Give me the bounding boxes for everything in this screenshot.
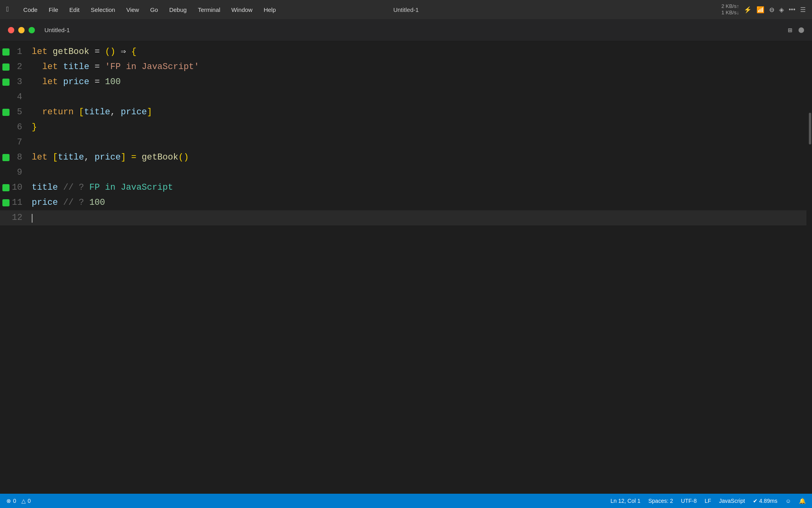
line-number-6: 6	[12, 120, 32, 135]
battery-icon: ⚡	[744, 6, 752, 13]
code-editor[interactable]: 1let getBook = () ⇒ {2 let title = 'FP i…	[0, 41, 806, 494]
apple-icon[interactable]: 	[6, 6, 11, 13]
editor-area: 1let getBook = () ⇒ {2 let title = 'FP i…	[0, 41, 812, 494]
token: [	[79, 105, 84, 120]
code-line-4: 4	[0, 90, 806, 105]
token: ,	[84, 150, 94, 165]
breakpoint-icon-10[interactable]	[2, 184, 10, 191]
indentation[interactable]: Spaces: 2	[648, 498, 673, 504]
menu-go[interactable]: Go	[145, 0, 164, 19]
token: =	[89, 60, 105, 75]
breakpoint-icon-5[interactable]	[2, 109, 10, 116]
cursor-position[interactable]: Ln 12, Col 1	[611, 498, 641, 504]
error-count[interactable]: ⊗ 0 △ 0	[6, 498, 31, 504]
token: 100	[89, 195, 105, 210]
code-line-2: 2 let title = 'FP in JavaScript'	[0, 60, 806, 75]
menu-help[interactable]: Help	[258, 0, 282, 19]
line-content-12	[32, 210, 806, 225]
menu-window[interactable]: Window	[226, 0, 258, 19]
gutter-8	[0, 154, 12, 161]
code-line-5: 5 return [title, price]	[0, 105, 806, 120]
gutter-10	[0, 184, 12, 191]
line-content-1: let getBook = () ⇒ {	[32, 44, 806, 60]
menu-debug[interactable]: Debug	[164, 0, 192, 19]
gutter-1	[0, 48, 12, 56]
close-button[interactable]	[8, 27, 14, 33]
line-content-5: return [title, price]	[32, 105, 806, 120]
smiley-icon[interactable]: ☺	[785, 498, 791, 504]
title-bar-right: 2 KB/s↑ 1 KB/s↓ ⚡ 📶 ⊖ ◈ ••• ☰	[721, 3, 806, 15]
timing: ✔ 4.89ms	[753, 498, 778, 504]
token: =	[89, 44, 105, 60]
split-editor-icon[interactable]: ⊞	[788, 26, 792, 35]
token: ⇒	[115, 44, 131, 60]
minimize-button[interactable]	[18, 27, 25, 33]
breakpoint-icon-8[interactable]	[2, 154, 10, 161]
token: getBook	[53, 44, 89, 60]
token: =	[89, 75, 105, 90]
line-number-12: 12	[12, 210, 32, 225]
token: ]	[147, 105, 152, 120]
token: return	[32, 105, 79, 120]
token: price	[121, 105, 147, 120]
token: // ?	[58, 195, 89, 210]
menu-view[interactable]: View	[121, 0, 144, 19]
language-mode[interactable]: JavaScript	[719, 498, 745, 504]
cursor	[32, 210, 33, 225]
gutter-9	[0, 169, 12, 176]
menu-file[interactable]: File	[43, 0, 64, 19]
siri-icon: ◈	[779, 6, 784, 13]
menu-code[interactable]: Code	[18, 0, 43, 19]
code-line-1: 1let getBook = () ⇒ {	[0, 44, 806, 60]
status-left: ⊗ 0 △ 0	[6, 498, 31, 504]
code-line-8: 8let [title, price] = getBook()	[0, 150, 806, 165]
code-lines: 1let getBook = () ⇒ {2 let title = 'FP i…	[0, 41, 806, 494]
token: getBook	[142, 150, 178, 165]
gutter-11	[0, 199, 12, 206]
gutter-12	[0, 214, 12, 221]
token: }	[32, 120, 37, 135]
menu-terminal[interactable]: Terminal	[192, 0, 226, 19]
error-icon: ⊗	[6, 498, 11, 504]
menu-bar: Code File Edit Selection View Go Debug T…	[18, 0, 722, 19]
encoding[interactable]: UTF-8	[681, 498, 697, 504]
eol[interactable]: LF	[705, 498, 711, 504]
menu-selection[interactable]: Selection	[85, 0, 121, 19]
token: {	[131, 44, 136, 60]
line-number-10: 10	[12, 180, 32, 195]
token: ()	[178, 150, 189, 165]
breakpoint-icon-2[interactable]	[2, 64, 10, 71]
gutter-6	[0, 124, 12, 131]
breakpoint-icon-3[interactable]	[2, 79, 10, 86]
title-bar:  Code File Edit Selection View Go Debug…	[0, 0, 812, 19]
menu-edit[interactable]: Edit	[64, 0, 85, 19]
token: 100	[105, 75, 121, 90]
line-number-9: 9	[12, 165, 32, 180]
status-bar: ⊗ 0 △ 0 Ln 12, Col 1 Spaces: 2 UTF-8 LF …	[0, 494, 812, 508]
scrollbar-track[interactable]	[806, 41, 812, 494]
gutter-7	[0, 139, 12, 146]
token: title	[32, 180, 58, 195]
breakpoint-icon-11[interactable]	[2, 199, 10, 206]
token: [	[53, 150, 58, 165]
token: let	[32, 44, 53, 60]
code-line-12: 12	[0, 210, 806, 225]
tab-title[interactable]: Untitled-1	[44, 27, 70, 33]
maximize-button[interactable]	[29, 27, 35, 33]
notification-icon[interactable]: 🔔	[799, 498, 806, 504]
line-content-10: title // ? FP in JavaScript	[32, 180, 806, 195]
code-line-3: 3 let price = 100	[0, 75, 806, 90]
code-line-6: 6}	[0, 120, 806, 135]
breakpoint-icon-1[interactable]	[2, 48, 10, 56]
code-line-11: 11price // ? 100	[0, 195, 806, 210]
token: price	[94, 150, 121, 165]
gutter-3	[0, 79, 12, 86]
line-content-2: let title = 'FP in JavaScript'	[32, 60, 806, 75]
token: FP in JavaScript	[89, 180, 173, 195]
line-number-5: 5	[12, 105, 32, 120]
token: title	[63, 60, 89, 75]
gutter-4	[0, 94, 12, 101]
scrollbar-thumb[interactable]	[809, 113, 811, 144]
token: ,	[110, 105, 121, 120]
token: let	[32, 150, 53, 165]
